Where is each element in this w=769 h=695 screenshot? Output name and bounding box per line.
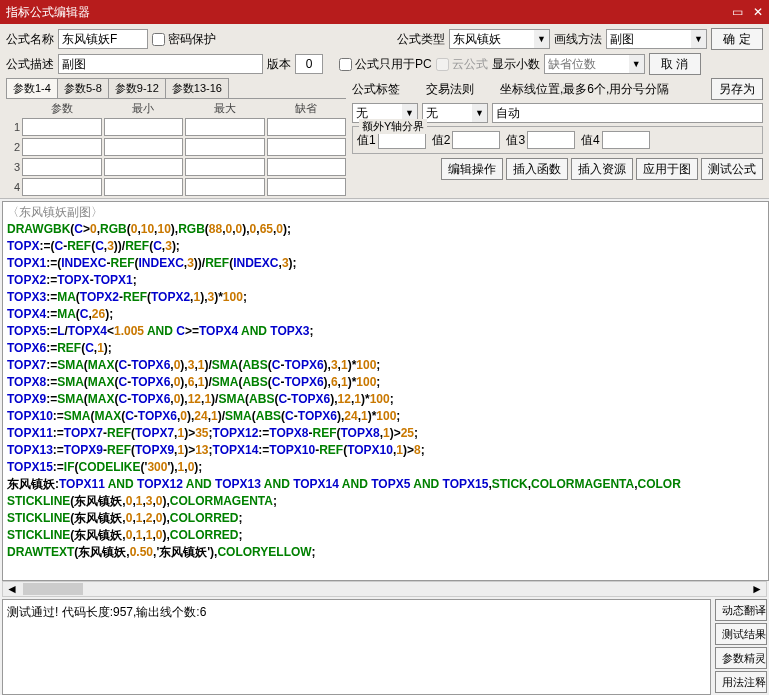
chevron-down-icon[interactable]: ▼ bbox=[472, 103, 488, 123]
param-row-num: 4 bbox=[6, 181, 20, 193]
chevron-down-icon[interactable]: ▼ bbox=[629, 54, 645, 74]
status-area: 测试通过! 代码长度:957,输出线个数:6 bbox=[2, 599, 711, 695]
insfn-button[interactable]: 插入函数 bbox=[506, 158, 568, 180]
scroll-right-icon[interactable]: ► bbox=[748, 582, 766, 596]
input-coord[interactable] bbox=[492, 103, 763, 123]
lbl-desc: 公式描述 bbox=[6, 56, 54, 73]
insres-button[interactable]: 插入资源 bbox=[571, 158, 633, 180]
minimize-icon[interactable]: ▭ bbox=[732, 5, 743, 19]
combo-rule[interactable] bbox=[422, 103, 472, 123]
param-cell[interactable] bbox=[267, 158, 347, 176]
param-col-hdr: 最大 bbox=[185, 101, 265, 116]
yaxis-group: 额外Y轴分界 值1 值2 值3 值4 bbox=[352, 126, 763, 154]
param-cell[interactable] bbox=[104, 158, 184, 176]
chk-pwd[interactable] bbox=[152, 33, 165, 46]
lbl-pconly: 公式只用于PC bbox=[355, 56, 432, 73]
form-panel: 公式名称 密码保护 公式类型 ▼ 画线方法 ▼ 确 定 公式描述 版本 公式只用… bbox=[0, 24, 769, 199]
lbl-v1: 值1 bbox=[357, 132, 376, 149]
param-cell[interactable] bbox=[185, 138, 265, 156]
input-v2[interactable] bbox=[452, 131, 500, 149]
param-cell[interactable] bbox=[22, 118, 102, 136]
param-grid: 参数最小最大缺省1234 bbox=[6, 101, 346, 196]
chk-cloud bbox=[436, 58, 449, 71]
input-v3[interactable] bbox=[527, 131, 575, 149]
param-cell[interactable] bbox=[185, 178, 265, 196]
param-tab[interactable]: 参数1-4 bbox=[6, 78, 58, 98]
chevron-down-icon[interactable]: ▼ bbox=[691, 29, 707, 49]
param-cell[interactable] bbox=[22, 138, 102, 156]
param-cell[interactable] bbox=[267, 118, 347, 136]
param-cell[interactable] bbox=[185, 118, 265, 136]
lbl-ver: 版本 bbox=[267, 56, 291, 73]
titlebar: 指标公式编辑器 ▭ ✕ bbox=[0, 0, 769, 24]
param-row-num: 1 bbox=[6, 121, 20, 133]
param-cell[interactable] bbox=[104, 138, 184, 156]
param-row-num: 2 bbox=[6, 141, 20, 153]
h-scrollbar[interactable]: ◄► bbox=[2, 581, 767, 597]
window-title: 指标公式编辑器 bbox=[6, 4, 90, 21]
param-cell[interactable] bbox=[22, 178, 102, 196]
lbl-rule: 交易法则 bbox=[426, 81, 474, 98]
scroll-thumb[interactable] bbox=[23, 583, 83, 595]
lbl-pwd: 密码保护 bbox=[168, 31, 216, 48]
testres-button[interactable]: 测试结果 bbox=[715, 623, 767, 645]
param-cell[interactable] bbox=[267, 138, 347, 156]
lbl-v3: 值3 bbox=[506, 132, 525, 149]
param-col-hdr: 缺省 bbox=[267, 101, 347, 116]
lbl-type: 公式类型 bbox=[397, 31, 445, 48]
ok-button[interactable]: 确 定 bbox=[711, 28, 763, 50]
cancel-button[interactable]: 取 消 bbox=[649, 53, 701, 75]
lbl-v2: 值2 bbox=[432, 132, 451, 149]
input-desc[interactable] bbox=[58, 54, 263, 74]
scroll-left-icon[interactable]: ◄ bbox=[3, 582, 21, 596]
lbl-v4: 值4 bbox=[581, 132, 600, 149]
usage-button[interactable]: 用法注释 bbox=[715, 671, 767, 693]
param-block: 参数1-4参数5-8参数9-12参数13-16 参数最小最大缺省1234 bbox=[6, 78, 346, 196]
param-tab[interactable]: 参数13-16 bbox=[165, 78, 229, 98]
combo-dec[interactable] bbox=[544, 54, 629, 74]
param-cell[interactable] bbox=[185, 158, 265, 176]
param-tab[interactable]: 参数9-12 bbox=[108, 78, 166, 98]
param-tab[interactable]: 参数5-8 bbox=[57, 78, 109, 98]
lbl-coord: 坐标线位置,最多6个,用分号分隔 bbox=[500, 81, 669, 98]
param-row-num: 3 bbox=[6, 161, 20, 173]
param-col-hdr: 最小 bbox=[104, 101, 184, 116]
lbl-linem: 画线方法 bbox=[554, 31, 602, 48]
param-col-hdr: 参数 bbox=[22, 101, 102, 116]
lbl-dec: 显示小数 bbox=[492, 56, 540, 73]
close-icon[interactable]: ✕ bbox=[753, 5, 763, 19]
apply-button[interactable]: 应用于图 bbox=[636, 158, 698, 180]
combo-type[interactable] bbox=[449, 29, 534, 49]
input-name[interactable] bbox=[58, 29, 148, 49]
editop-button[interactable]: 编辑操作 bbox=[441, 158, 503, 180]
saveas-button[interactable]: 另存为 bbox=[711, 78, 763, 100]
code-editor[interactable]: 〈东风镇妖副图〉DRAWGBK(C>0,RGB(0,10,10),RGB(88,… bbox=[2, 201, 769, 581]
dyntr-button[interactable]: 动态翻译 bbox=[715, 599, 767, 621]
param-tabs: 参数1-4参数5-8参数9-12参数13-16 bbox=[6, 78, 346, 99]
input-ver[interactable] bbox=[295, 54, 323, 74]
chk-pconly[interactable] bbox=[339, 58, 352, 71]
lbl-tag: 公式标签 bbox=[352, 81, 400, 98]
paramw-button[interactable]: 参数精灵 bbox=[715, 647, 767, 669]
test-button[interactable]: 测试公式 bbox=[701, 158, 763, 180]
lbl-name: 公式名称 bbox=[6, 31, 54, 48]
input-v4[interactable] bbox=[602, 131, 650, 149]
lbl-cloud: 云公式 bbox=[452, 56, 488, 73]
param-cell[interactable] bbox=[104, 178, 184, 196]
param-cell[interactable] bbox=[22, 158, 102, 176]
combo-linem[interactable] bbox=[606, 29, 691, 49]
chevron-down-icon[interactable]: ▼ bbox=[534, 29, 550, 49]
lbl-extray: 额外Y轴分界 bbox=[359, 119, 427, 134]
param-cell[interactable] bbox=[267, 178, 347, 196]
param-cell[interactable] bbox=[104, 118, 184, 136]
